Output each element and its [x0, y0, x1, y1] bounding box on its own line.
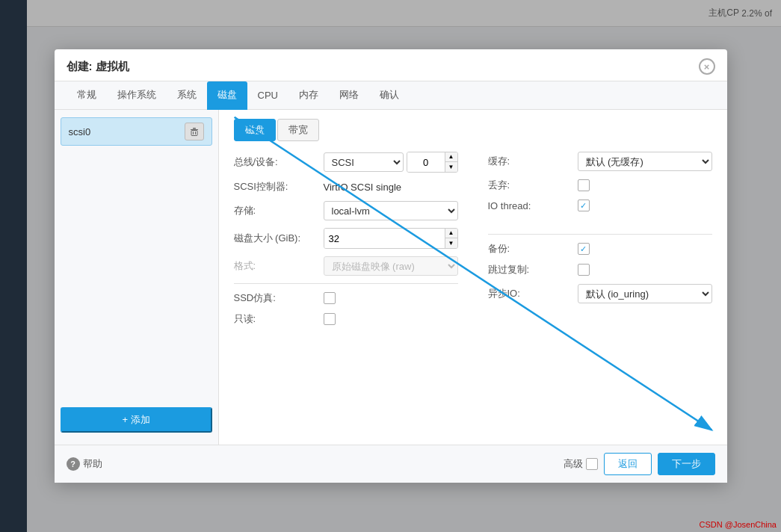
- scsi-controller-control: VirtIO SCSI single: [324, 182, 458, 193]
- tab-memory[interactable]: 内存: [288, 81, 329, 110]
- disk-size-row: 磁盘大小 (GiB): ▲ ▼: [234, 228, 458, 249]
- cache-select[interactable]: 默认 (无缓存): [578, 152, 712, 171]
- modal-footer: ? 帮助 高级 返回 下一步: [55, 445, 727, 483]
- spin-buttons: ▲ ▼: [445, 152, 457, 172]
- modal-title: 创建: 虚拟机: [67, 60, 129, 74]
- cache-row: 缓存: 默认 (无缓存): [488, 152, 712, 171]
- svg-rect-1: [193, 128, 196, 129]
- io-thread-control: [578, 200, 712, 211]
- io-thread-label: IO thread:: [488, 200, 578, 211]
- disk-delete-button[interactable]: [185, 123, 204, 140]
- cache-label: 缓存:: [488, 155, 578, 168]
- sub-tab-disk[interactable]: 磁盘: [234, 119, 276, 141]
- disk-size-spin-buttons: ▲ ▼: [445, 229, 457, 248]
- tab-os[interactable]: 操作系统: [107, 81, 167, 110]
- storage-control: local-lvm local: [324, 201, 458, 220]
- bus-device-row: 总线/设备: SCSI ▲ ▼: [234, 152, 458, 173]
- disk-size-spin-up[interactable]: ▲: [445, 229, 457, 238]
- modal-dialog: 创建: 虚拟机 × 常规 操作系统 系统 磁盘 CPU 内存 网络 确认 scs…: [55, 49, 727, 483]
- disk-form: 总线/设备: SCSI ▲ ▼: [234, 152, 712, 333]
- skip-replication-row: 跳过复制:: [488, 263, 712, 276]
- cache-control: 默认 (无缓存): [578, 152, 712, 171]
- disk-item-scsi0[interactable]: scsi0: [61, 117, 212, 146]
- skip-replication-label: 跳过复制:: [488, 263, 578, 276]
- divider-1: [234, 283, 458, 284]
- modal-header: 创建: 虚拟机 ×: [55, 49, 727, 81]
- io-thread-row: IO thread:: [488, 200, 712, 211]
- format-label: 格式:: [234, 259, 324, 273]
- format-control: 原始磁盘映像 (raw): [324, 256, 458, 276]
- async-io-select[interactable]: 默认 (io_uring): [578, 284, 712, 303]
- discard-label: 丢弃:: [488, 179, 578, 192]
- readonly-row: 只读:: [234, 312, 458, 326]
- form-left-col: 总线/设备: SCSI ▲ ▼: [234, 152, 458, 333]
- spin-up-button[interactable]: ▲: [445, 152, 457, 162]
- readonly-label: 只读:: [234, 312, 324, 326]
- svg-rect-2: [191, 130, 197, 135]
- readonly-control: [324, 313, 458, 325]
- spin-down-button[interactable]: ▼: [445, 162, 457, 172]
- backup-label: 备份:: [488, 242, 578, 256]
- async-io-row: 异步IO: 默认 (io_uring): [488, 284, 712, 303]
- back-button[interactable]: 返回: [604, 453, 652, 475]
- tab-general[interactable]: 常规: [67, 81, 107, 110]
- modal-body: scsi0 + 添加: [55, 110, 727, 445]
- sub-tab-bar: 磁盘 带宽: [234, 119, 712, 141]
- discard-row: 丢弃:: [488, 179, 712, 192]
- tab-disk[interactable]: 磁盘: [207, 81, 247, 110]
- scsi-controller-row: SCSI控制器: VirtIO SCSI single: [234, 180, 458, 194]
- scsi-controller-value: VirtIO SCSI single: [324, 182, 402, 193]
- ssd-checkbox[interactable]: [324, 292, 336, 304]
- disk-size-spin-down[interactable]: ▼: [445, 238, 457, 248]
- ssd-control: [324, 292, 458, 304]
- advanced-section: 高级: [564, 457, 598, 471]
- help-label: 帮助: [83, 457, 102, 471]
- disk-size-label: 磁盘大小 (GiB):: [234, 232, 324, 245]
- modal-close-button[interactable]: ×: [699, 58, 715, 75]
- modal-overlay: 创建: 虚拟机 × 常规 操作系统 系统 磁盘 CPU 内存 网络 确认 scs…: [0, 0, 781, 532]
- svg-rect-0: [191, 129, 198, 130]
- disk-config-panel: 磁盘 带宽 总线/设备: SCSI: [219, 110, 727, 445]
- next-button[interactable]: 下一步: [658, 453, 715, 475]
- sub-tab-bandwidth[interactable]: 带宽: [277, 119, 319, 141]
- discard-checkbox[interactable]: [578, 179, 590, 191]
- backup-checkbox[interactable]: [578, 243, 590, 255]
- format-select: 原始磁盘映像 (raw): [324, 256, 458, 276]
- storage-label: 存储:: [234, 204, 324, 217]
- disk-size-input[interactable]: [324, 229, 445, 248]
- skip-replication-checkbox[interactable]: [578, 264, 590, 276]
- tab-system[interactable]: 系统: [167, 81, 207, 110]
- footer-right: 高级 返回 下一步: [564, 453, 715, 475]
- add-disk-button[interactable]: + 添加: [61, 407, 212, 433]
- ssd-label: SSD仿真:: [234, 291, 324, 305]
- device-spinner[interactable]: ▲ ▼: [407, 152, 458, 173]
- ssd-row: SSD仿真:: [234, 291, 458, 305]
- storage-select[interactable]: local-lvm local: [324, 201, 458, 220]
- async-io-label: 异步IO:: [488, 287, 578, 300]
- disk-size-control: ▲ ▼: [324, 228, 458, 249]
- form-right-col: 缓存: 默认 (无缓存) 丢弃:: [488, 152, 712, 333]
- async-io-control: 默认 (io_uring): [578, 284, 712, 303]
- backup-row: 备份:: [488, 242, 712, 256]
- advanced-checkbox[interactable]: [586, 458, 598, 470]
- bus-select[interactable]: SCSI: [324, 152, 404, 172]
- skip-replication-control: [578, 264, 712, 276]
- bus-device-label: 总线/设备:: [234, 155, 324, 169]
- format-row: 格式: 原始磁盘映像 (raw): [234, 256, 458, 276]
- device-input[interactable]: [407, 152, 445, 172]
- tab-confirm[interactable]: 确认: [369, 81, 410, 110]
- tab-cpu[interactable]: CPU: [247, 83, 288, 109]
- footer-left: ? 帮助: [67, 457, 102, 471]
- io-thread-checkbox[interactable]: [578, 200, 590, 211]
- bus-device-control: SCSI ▲ ▼: [324, 152, 458, 173]
- tab-network[interactable]: 网络: [329, 81, 369, 110]
- help-icon: ?: [67, 457, 80, 471]
- help-button[interactable]: ? 帮助: [67, 457, 102, 471]
- disk-size-spinner[interactable]: ▲ ▼: [324, 228, 458, 249]
- discard-control: [578, 179, 712, 191]
- readonly-checkbox[interactable]: [324, 313, 336, 325]
- backup-control: [578, 243, 712, 255]
- scsi-controller-label: SCSI控制器:: [234, 180, 324, 194]
- trash-icon: [190, 127, 199, 137]
- tab-bar: 常规 操作系统 系统 磁盘 CPU 内存 网络 确认: [55, 81, 727, 110]
